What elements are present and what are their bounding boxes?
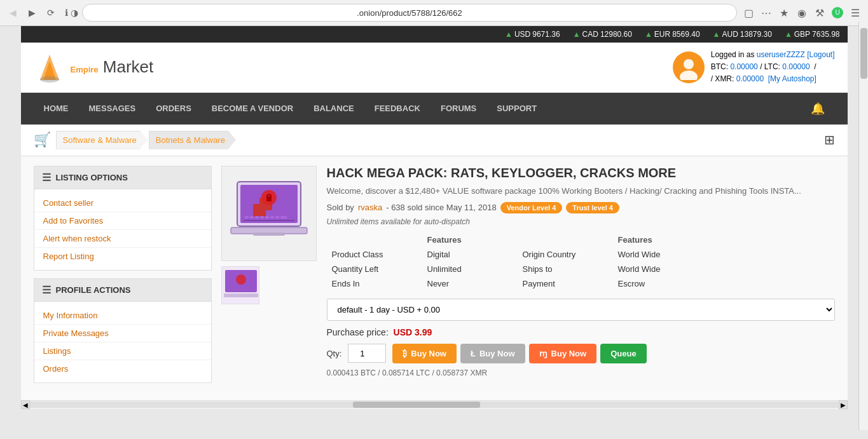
- refresh-button[interactable]: ⟳: [43, 5, 59, 20]
- security-button[interactable]: ◉: [794, 5, 809, 20]
- sidebar: ☰ LISTING OPTIONS Contact seller Add to …: [34, 166, 212, 391]
- table-col2-header: Features: [422, 233, 518, 247]
- queue-label: Queue: [610, 349, 636, 358]
- gbp-value: 7635.98: [812, 30, 839, 39]
- nav-become-vendor[interactable]: BECOME A VENDOR: [202, 95, 303, 122]
- svg-point-3: [684, 59, 694, 69]
- product-meta: Sold by rvaska - 638 sold since May 11, …: [327, 202, 835, 213]
- profile-actions-icon: ☰: [42, 284, 51, 296]
- purchase-price: Purchase price: USD 3.99: [327, 327, 835, 337]
- autodispatch-text: Unlimited items available for auto-dispa…: [327, 217, 835, 226]
- table-col3-header: [518, 233, 613, 247]
- site-header: Empire Market Logged in as useruserZZZZ …: [21, 43, 848, 93]
- nav-balance[interactable]: BALANCE: [303, 95, 364, 122]
- currency-ticker: ▲ USD 9671.36 ▲ CAD 12980.60 ▲ EUR 8569.…: [21, 26, 848, 43]
- buy-now-btc-button[interactable]: ₿ Buy Now: [392, 344, 457, 363]
- more-options-button[interactable]: ⋯: [759, 5, 774, 20]
- back-button[interactable]: ◀: [5, 5, 20, 20]
- logo[interactable]: Empire Market: [34, 51, 154, 83]
- forward-button[interactable]: ▶: [24, 5, 39, 20]
- buy-now-ltc-button[interactable]: Ł Buy Now: [460, 344, 525, 363]
- nav-orders[interactable]: ORDERS: [146, 95, 202, 122]
- cad-label: CAD: [582, 30, 598, 39]
- breadcrumb-software-label[interactable]: Software & Malware: [56, 131, 148, 149]
- orders-link[interactable]: Orders: [34, 360, 211, 377]
- nav-feedback[interactable]: FEEDBACK: [364, 95, 431, 122]
- username-link[interactable]: useruserZZZZ: [757, 50, 805, 59]
- my-autoshop-link[interactable]: [My Autoshop]: [768, 74, 816, 83]
- private-messages-link[interactable]: Private Messages: [34, 325, 211, 342]
- row2-label1: Quantity Left: [327, 262, 422, 276]
- shipping-dropdown[interactable]: default - 1 day - USD + 0.00: [327, 299, 835, 321]
- browser-chrome: ◀ ▶ ⟳ ℹ ◑ .onion/product/5788/126/662 ▢ …: [0, 0, 868, 26]
- breadcrumb-botnets-label[interactable]: Botnets & Malware: [149, 131, 236, 149]
- product-main-image[interactable]: [221, 166, 317, 261]
- row3-label1: Ends In: [327, 276, 422, 291]
- breadcrumb-software[interactable]: Software & Malware: [56, 131, 149, 149]
- profile-button[interactable]: U: [830, 5, 845, 20]
- user-avatar: [673, 51, 705, 83]
- scroll-track[interactable]: [30, 402, 839, 408]
- purchase-section: default - 1 day - USD + 0.00 Purchase pr…: [327, 299, 835, 377]
- listings-link[interactable]: Listings: [34, 342, 211, 360]
- my-information-link[interactable]: My Information: [34, 307, 211, 325]
- row1-label1: Product Class: [327, 247, 422, 262]
- nav-forums[interactable]: FORUMS: [431, 95, 486, 122]
- gbp-arrow: ▲: [785, 30, 792, 39]
- aud-arrow: ▲: [713, 30, 720, 39]
- xmr-value[interactable]: 0.00000: [736, 74, 764, 83]
- ltc-value[interactable]: 0.00000: [782, 62, 809, 71]
- product-main: HACK MEGA PACK: RATS, KEYLOGGER, CRACKS …: [221, 166, 835, 377]
- notification-bell[interactable]: 🔔: [801, 93, 835, 125]
- nav-messages[interactable]: MESSAGES: [79, 95, 146, 122]
- buy-btc-label: Buy Now: [411, 349, 446, 358]
- product-description: Welcome, discover a $12,480+ VALUE softw…: [327, 186, 835, 197]
- user-info: Logged in as useruserZZZZ [Logout] BTC: …: [711, 49, 835, 86]
- scroll-thumb[interactable]: [353, 402, 480, 408]
- buy-now-xmr-button[interactable]: ɱ Buy Now: [529, 344, 597, 363]
- vendor-badge: Vendor Level 4: [500, 202, 563, 213]
- crypto-rates: 0.000413 BTC / 0.085714 LTC / 0.058737 X…: [327, 368, 835, 377]
- ltc-label: / LTC:: [760, 62, 780, 71]
- cad-arrow: ▲: [573, 30, 581, 39]
- profile-actions-section: ☰ PROFILE ACTIONS My Information Private…: [34, 278, 212, 383]
- contact-seller-link[interactable]: Contact seller: [34, 194, 211, 212]
- logout-link[interactable]: [Logout]: [807, 50, 834, 59]
- product-thumb-svg: [222, 267, 259, 304]
- currency-eur: ▲ EUR 8569.40: [645, 30, 700, 39]
- gbp-label: GBP: [794, 30, 810, 39]
- nav-home[interactable]: HOME: [34, 95, 79, 122]
- menu-button[interactable]: ☰: [848, 5, 863, 20]
- bookmark-button[interactable]: ★: [776, 5, 792, 20]
- scroll-left-button[interactable]: ◀: [21, 400, 30, 409]
- scroll-right-button[interactable]: ▶: [839, 400, 848, 409]
- svg-rect-18: [275, 216, 279, 219]
- listing-options-section: ☰ LISTING OPTIONS Contact seller Add to …: [34, 166, 212, 271]
- grid-view-icon[interactable]: ⊞: [824, 132, 835, 147]
- quantity-input[interactable]: [348, 344, 386, 363]
- info-icon: ℹ: [65, 8, 68, 18]
- extension-button[interactable]: ⚒: [812, 5, 827, 20]
- report-listing-link[interactable]: Report Listing: [34, 248, 211, 265]
- product-thumbnail[interactable]: [221, 266, 259, 304]
- xmr-label: / XMR:: [711, 74, 734, 83]
- vendor-link[interactable]: rvaska: [358, 203, 382, 212]
- table-row: Product Class Digital Origin Country Wor…: [327, 247, 835, 262]
- row2-value1: Unlimited: [422, 262, 518, 276]
- horizontal-scrollbar[interactable]: ◀ ▶: [21, 400, 848, 409]
- queue-button[interactable]: Queue: [600, 344, 646, 363]
- reader-view-button[interactable]: ▢: [741, 5, 756, 20]
- eur-value: 8569.40: [672, 30, 699, 39]
- svg-rect-10: [253, 233, 285, 236]
- listing-options-title: LISTING OPTIONS: [56, 173, 128, 182]
- alert-restock-link[interactable]: Alert when restock: [34, 230, 211, 248]
- vertical-scrollbar[interactable]: [858, 22, 868, 409]
- btc-value[interactable]: 0.00000: [730, 62, 757, 71]
- purchase-price-label: Purchase price:: [327, 327, 389, 337]
- btc-icon: ₿: [403, 349, 407, 358]
- table-row: Quantity Left Unlimited Ships to World W…: [327, 262, 835, 276]
- breadcrumb-botnets[interactable]: Botnets & Malware: [149, 131, 237, 149]
- add-to-favorites-link[interactable]: Add to Favorites: [34, 212, 211, 230]
- nav-support[interactable]: SUPPORT: [486, 95, 547, 122]
- address-bar[interactable]: .onion/product/5788/126/662: [82, 4, 737, 22]
